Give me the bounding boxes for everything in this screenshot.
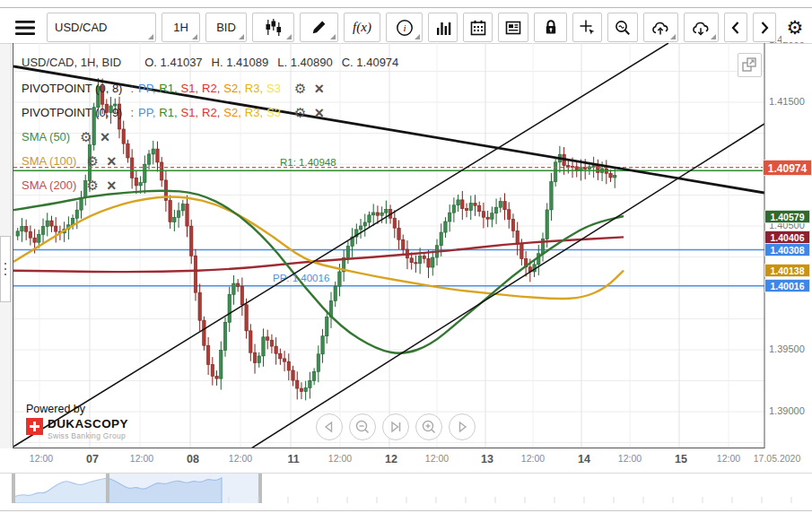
left-scroll-thumb[interactable] [0,236,11,302]
open-value: 1.41037 [161,56,203,69]
pivotpoint1-legend-row: PIVOTPOINT (0, 8) : PP,R1,S1,R2,S2,R3,S3… [22,80,398,97]
candlestick-icon [265,19,283,36]
brand-block: Powered by DUKASCOPY Swiss Banking Group [26,403,128,440]
chart-widget: USD/CAD 1H BID f(x) i [0,0,812,513]
magnifier-plus-icon [420,418,438,436]
indicators-button[interactable]: f(x) [344,13,380,42]
lock-button[interactable] [534,13,567,42]
scroll-left-button[interactable] [724,13,747,42]
high-label: H. [212,56,223,69]
symbol-summary-label: USD/CAD, 1H, BID [22,56,121,69]
pivot-level-label: PP, [138,82,155,95]
fx-label: f(x) [353,20,371,35]
swiss-flag-logo [26,418,43,435]
scroll-right-button[interactable] [753,13,776,42]
info-button[interactable]: i [386,13,423,42]
pp-level-tag: PP: 1.40016 [273,273,329,283]
pivot-level-label: S3 [266,82,281,95]
zoom-out-button[interactable] [349,413,376,440]
load-chart-button[interactable] [684,13,719,42]
save-chart-button[interactable] [643,13,678,42]
pivot-level-label: R2, [202,106,220,119]
pivot-level-label: R3, [245,106,263,119]
pivotpoint1-levels: PP,R1,S1,R2,S2,R3,S3 [138,82,284,95]
period-select[interactable]: 1H [162,13,200,42]
lock-icon [543,19,559,36]
close-value: 1.40974 [356,56,398,69]
y-axis-label: 1.39000 [769,405,805,416]
instrument-select[interactable]: USD/CAD [47,13,156,42]
skip-end-icon [387,418,405,436]
price-badge-sma100-value: 1.40138 [764,264,810,277]
sma100-label: SMA (100) [22,154,76,168]
pivot-level-label: R3, [245,82,263,95]
open-in-new-window-button[interactable] [738,53,762,77]
pivot-level-label: R2, [202,82,220,95]
zoom-in-button[interactable] [415,413,442,440]
toolbar-divider [0,43,812,44]
pencil-icon [310,19,327,36]
sma200-settings-button[interactable]: ⚙ [86,178,98,192]
low-value: 1.40890 [291,56,333,69]
pivot-level-label: S2, [223,82,241,95]
statistics-button[interactable] [428,13,458,42]
draw-tools-button[interactable] [300,13,338,42]
period-label: 1H [173,21,188,34]
navigator-window[interactable] [106,474,260,503]
navigator-handle[interactable] [258,474,262,503]
sma50-remove-button[interactable]: × [100,129,110,145]
pivotpoint2-settings-button[interactable]: ⚙ [294,106,306,119]
pivot-level-label: S1, [181,82,199,95]
pivot-level-label: PP, [138,106,155,119]
news-button[interactable] [498,13,528,42]
chevron-left-icon [729,21,742,35]
sma50-settings-button[interactable]: ⚙ [80,130,92,143]
calendar-button[interactable] [463,13,493,42]
menu-button[interactable] [9,13,41,42]
chart-type-button[interactable] [252,13,294,42]
bar-chart-icon [435,20,451,36]
crosshair-button[interactable] [572,13,602,42]
brand-subtitle: Swiss Banking Group [48,431,128,440]
sma200-remove-button[interactable]: × [107,178,117,194]
navigator-handle[interactable] [106,474,109,503]
pivot-level-label: S1, [181,106,199,119]
pivotpoint2-remove-button[interactable]: × [314,105,324,121]
brand-name: DUKASCOPY [48,418,128,430]
hamburger-icon [15,20,35,36]
ohlc-summary: USD/CAD, 1H, BID O. 1.41037 H. 1.41089 L… [22,54,398,71]
chart-nav-buttons [316,413,476,440]
sma100-settings-button[interactable]: ⚙ [86,154,98,168]
sma50-label: SMA (50) [22,130,70,143]
news-icon [505,20,521,36]
high-value: 1.41089 [226,56,268,69]
sma100-remove-button[interactable]: × [107,153,117,170]
step-forward-button[interactable] [449,413,476,440]
r1-level-tag: R1: 1.40948 [280,157,336,168]
pivotpoint1-settings-button[interactable]: ⚙ [294,82,306,95]
price-side-select[interactable]: BID [205,13,247,42]
cloud-upload-icon [651,20,670,36]
chart-legend: USD/CAD, 1H, BID O. 1.41037 H. 1.41089 L… [22,54,398,201]
step-back-button[interactable] [316,413,343,440]
price-badge-last-price: 1.40974 [763,160,812,176]
pivotpoint1-remove-button[interactable]: × [314,81,324,97]
cloud-download-icon [692,20,711,36]
jump-to-end-button[interactable] [382,413,409,440]
open-label: O. [144,56,157,69]
pivotpoint2-legend-row: PIVOTPOINT (0, 9) : PP,R1,S1,R2,S2,R3,S3… [22,104,398,121]
sma50-legend-row: SMA (50) ⚙ × [22,128,398,145]
toolbar: USD/CAD 1H BID f(x) i [9,13,808,42]
timeline-navigator[interactable] [0,474,812,503]
pivot-level-label: R1, [159,106,177,119]
price-badge-pivot1-pp: 1.40308 [764,243,810,256]
left-scroll-track[interactable] [0,44,12,448]
pivot-level-label: S3 [266,106,281,119]
navigator-handle[interactable] [12,474,15,503]
magnifier-minus-icon [354,418,371,436]
info-icon: i [396,19,414,37]
settings-button[interactable]: ⚙ [781,13,808,42]
zoom-mode-button[interactable] [607,13,638,42]
sma200-legend-row: SMA (200) ⚙ × [22,177,398,194]
calendar-icon [470,20,486,36]
